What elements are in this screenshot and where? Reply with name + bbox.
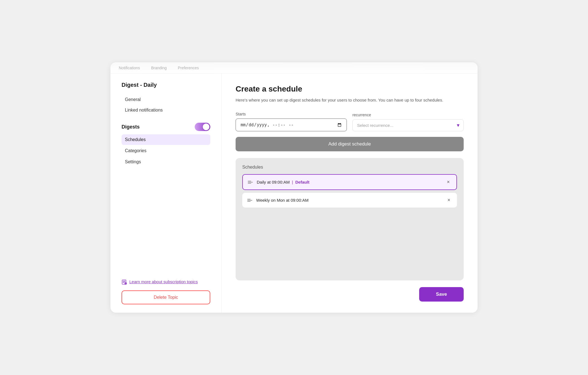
sidebar-title: Digest - Daily (122, 82, 210, 88)
main-card: Notifications Branding Preferences Diges… (110, 62, 478, 313)
schedule-item-2-remove-button[interactable]: × (446, 197, 452, 204)
sidebar-item-general[interactable]: General (122, 95, 210, 104)
schedule-item-1-remove-button[interactable]: × (445, 179, 451, 186)
toggle-knob (203, 124, 209, 130)
sidebar-digests-header: Digests (122, 123, 210, 131)
learn-more-icon: ? (122, 279, 127, 285)
page-description: Here's where you can set up digest sched… (236, 97, 444, 103)
starts-label: Starts (236, 112, 347, 116)
schedule-item-1-left: Daily at 09:00:AM | Default (248, 180, 309, 184)
sidebar-item-linked-notifications[interactable]: Linked notifications (122, 105, 210, 115)
page-title: Create a schedule (236, 85, 464, 93)
svg-text:?: ? (125, 283, 127, 285)
recurrence-select-container: Select recurrence... ▼ (352, 119, 464, 131)
digests-toggle-container[interactable] (195, 123, 210, 131)
topbar-tab-preferences[interactable]: Preferences (178, 66, 199, 70)
schedules-container: Schedules Daily at 09:00:AM | Default (236, 158, 464, 280)
top-bar: Notifications Branding Preferences (110, 62, 478, 73)
recurrence-label: recurrence (352, 113, 464, 117)
sort-handle-icon[interactable] (248, 181, 253, 184)
recurrence-select[interactable]: Select recurrence... (352, 119, 464, 131)
digests-toggle[interactable] (195, 123, 210, 131)
sort-handle-icon-2[interactable] (247, 199, 252, 202)
save-button[interactable]: Save (419, 287, 464, 302)
sidebar-item-schedules[interactable]: Schedules (122, 134, 210, 145)
delete-topic-button[interactable]: Delete Topic (122, 290, 210, 304)
main-footer: Save (236, 287, 464, 302)
sidebar-item-settings[interactable]: Settings (122, 157, 210, 167)
starts-group: Starts (236, 112, 347, 131)
sidebar-digests-title: Digests (122, 124, 140, 130)
starts-input[interactable] (236, 119, 347, 131)
topbar-tab-branding[interactable]: Branding (151, 66, 167, 70)
sidebar: Digest - Daily General Linked notificati… (110, 73, 222, 313)
schedule-default-badge: Default (295, 180, 310, 184)
form-row: Starts recurrence Select recurrence... ▼ (236, 112, 464, 131)
main-content: Create a schedule Here's where you can s… (222, 73, 478, 313)
add-schedule-button[interactable]: Add digest schedule (236, 137, 464, 151)
schedule-item-2[interactable]: Weekly on Mon at 09:00:AM × (242, 193, 457, 208)
main-layout: Digest - Daily General Linked notificati… (110, 73, 478, 313)
schedules-label: Schedules (242, 165, 457, 170)
learn-more-text: Learn more about subscription topics (129, 279, 198, 285)
learn-more-link[interactable]: ? Learn more about subscription topics (122, 279, 210, 285)
schedule-item-1-text: Daily at 09:00:AM | Default (257, 180, 309, 184)
sidebar-item-categories[interactable]: Categories (122, 145, 210, 156)
recurrence-group: recurrence Select recurrence... ▼ (352, 113, 464, 131)
schedule-item-2-left: Weekly on Mon at 09:00:AM (247, 198, 308, 203)
schedule-item-2-text: Weekly on Mon at 09:00:AM (256, 198, 308, 203)
sidebar-footer: ? Learn more about subscription topics D… (122, 270, 210, 305)
topbar-tab-notifications[interactable]: Notifications (119, 66, 140, 70)
schedule-item-1[interactable]: Daily at 09:00:AM | Default × (242, 174, 457, 190)
